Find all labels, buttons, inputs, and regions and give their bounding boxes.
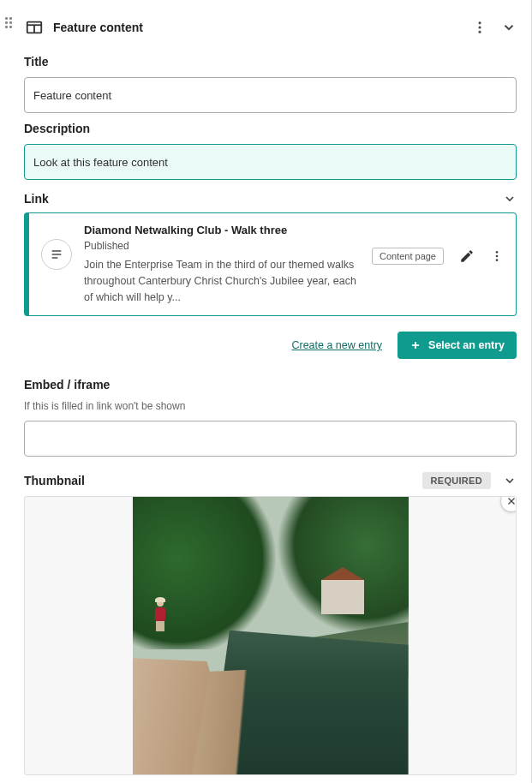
- svg-point-3: [479, 21, 481, 24]
- embed-help: If this is filled in link won't be shown: [24, 400, 517, 412]
- select-entry-label: Select an entry: [428, 339, 505, 351]
- required-badge: REQUIRED: [422, 472, 491, 489]
- edit-entry-button[interactable]: [459, 248, 475, 264]
- entry-type-badge: Content page: [372, 248, 444, 265]
- select-entry-button[interactable]: Select an entry: [398, 332, 517, 359]
- thumbnail-collapse-toggle[interactable]: [503, 474, 517, 487]
- entry-description: Join the Enterprise Team in the third of…: [84, 257, 358, 305]
- thumbnail-preview: [24, 496, 517, 775]
- description-input[interactable]: [24, 144, 517, 180]
- collapse-toggle[interactable]: [501, 20, 517, 35]
- entry-more-menu[interactable]: [490, 249, 504, 263]
- thumbnail-label: Thumbnail: [24, 474, 85, 487]
- title-input[interactable]: [24, 77, 517, 113]
- link-collapse-toggle[interactable]: [503, 192, 517, 206]
- svg-point-4: [479, 27, 481, 29]
- remove-thumbnail-button[interactable]: [500, 496, 517, 512]
- link-label: Link: [24, 192, 49, 206]
- svg-point-5: [479, 31, 481, 33]
- entry-type-icon: [41, 239, 72, 270]
- drag-handle[interactable]: [5, 17, 14, 31]
- create-entry-link[interactable]: Create a new entry: [291, 339, 382, 351]
- feature-content-icon: [24, 17, 45, 38]
- block-title: Feature content: [53, 21, 463, 34]
- entry-status: Published: [84, 240, 360, 252]
- svg-point-11: [496, 259, 499, 261]
- linked-entry-card: Diamond Netwalking Club - Walk three Pub…: [24, 212, 517, 316]
- embed-label: Embed / iframe: [24, 378, 517, 392]
- more-menu-button[interactable]: [472, 20, 487, 35]
- thumbnail-image: [133, 497, 409, 774]
- svg-point-10: [496, 255, 499, 258]
- embed-input[interactable]: [24, 421, 517, 457]
- title-label: Title: [24, 55, 517, 69]
- description-label: Description: [24, 122, 517, 135]
- entry-title: Diamond Netwalking Club - Walk three: [84, 224, 360, 236]
- svg-point-9: [496, 251, 499, 254]
